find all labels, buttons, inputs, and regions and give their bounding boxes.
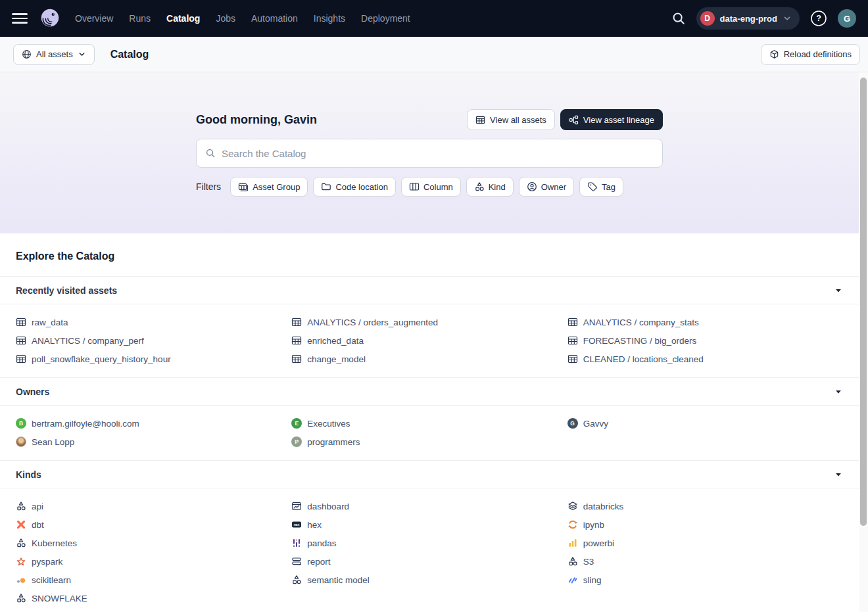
kind-item-s3[interactable]: S3 xyxy=(567,552,843,571)
kind-label: report xyxy=(307,557,330,567)
filter-pill-kind[interactable]: Kind xyxy=(466,177,514,197)
caret-down-icon[interactable] xyxy=(834,286,843,295)
view-asset-lineage-label: View asset lineage xyxy=(583,115,654,125)
kind-label: SNOWFLAKE xyxy=(32,594,87,603)
kind-item-pandas[interactable]: pandas xyxy=(291,534,567,552)
table-icon xyxy=(291,354,302,364)
sling-icon xyxy=(567,575,578,585)
kind-label: dashboard xyxy=(307,502,349,511)
menu-icon[interactable] xyxy=(12,11,28,26)
scrollbar-thumb[interactable] xyxy=(860,78,867,526)
nav-item-automation[interactable]: Automation xyxy=(251,13,298,24)
owner-photo-avatar xyxy=(16,436,26,447)
lineage-icon xyxy=(569,115,579,125)
page-title: Catalog xyxy=(110,49,149,60)
filter-pill-label: Code location xyxy=(335,182,388,192)
nav-item-insights[interactable]: Insights xyxy=(314,13,345,24)
asset-label: ANALYTICS / orders_augmented xyxy=(307,318,438,327)
view-all-assets-button[interactable]: View all assets xyxy=(467,109,555,130)
view-asset-lineage-button[interactable]: View asset lineage xyxy=(560,109,663,130)
kind-item-semantic-model[interactable]: semantic model xyxy=(291,571,567,589)
user-avatar[interactable]: G xyxy=(838,9,856,28)
kind-item-hex[interactable]: HEXhex xyxy=(291,515,567,534)
kind-item-databricks[interactable]: databricks xyxy=(567,497,843,515)
asset-link-forecasting-big-orders[interactable]: FORECASTING / big_orders xyxy=(567,331,843,350)
section-header-kinds[interactable]: Kinds xyxy=(0,460,859,488)
workspace-name: data-eng-prod xyxy=(720,14,777,24)
kind-item-scikitlearn[interactable]: scikitlearn xyxy=(16,571,291,589)
kind-item-sling[interactable]: sling xyxy=(567,571,843,589)
asset-scope-button[interactable]: All assets xyxy=(13,44,95,65)
nav-item-deployment[interactable]: Deployment xyxy=(361,13,410,24)
databricks-icon xyxy=(567,501,578,511)
filter-pill-label: Kind xyxy=(489,182,506,192)
section-title: Recently visited assets xyxy=(16,285,117,296)
kind-item-kubernetes[interactable]: Kubernetes xyxy=(16,534,291,552)
top-nav-bar: OverviewRunsCatalogJobsAutomationInsight… xyxy=(0,0,868,37)
filter-pill-asset-group[interactable]: Asset Group xyxy=(230,177,308,197)
nav-item-catalog[interactable]: Catalog xyxy=(166,13,200,24)
filter-pill-owner[interactable]: Owner xyxy=(519,177,574,197)
asset-link-raw-data[interactable]: raw_data xyxy=(16,313,291,331)
owner-avatar: E xyxy=(291,418,302,429)
table-icon xyxy=(567,335,578,346)
section-header-recent[interactable]: Recently visited assets xyxy=(0,276,859,304)
asset-label: FORECASTING / big_orders xyxy=(583,336,697,346)
owner-label: programmers xyxy=(307,437,360,447)
filter-pill-column[interactable]: Column xyxy=(401,177,461,197)
asset-link-change-model[interactable]: change_model xyxy=(291,350,567,368)
owner-item-sean-lopp[interactable]: Sean Lopp xyxy=(16,433,291,451)
filter-pill-label: Column xyxy=(423,182,453,192)
hex-icon: HEX xyxy=(291,519,302,530)
nav-item-jobs[interactable]: Jobs xyxy=(216,13,235,24)
kind-item-dashboard[interactable]: dashboard xyxy=(291,497,567,515)
kind-generic-icon xyxy=(567,556,578,567)
kind-item-pyspark[interactable]: pyspark xyxy=(16,552,291,571)
powerbi-icon xyxy=(567,538,578,548)
owner-item-programmers[interactable]: Pprogrammers xyxy=(291,433,567,451)
primary-nav: OverviewRunsCatalogJobsAutomationInsight… xyxy=(75,13,410,24)
asset-link-analytics-company-perf[interactable]: ANALYTICS / company_perf xyxy=(16,331,291,350)
owner-item-gavvy[interactable]: GGavvy xyxy=(567,414,843,433)
dagster-logo-icon[interactable] xyxy=(37,5,63,32)
asset-link-cleaned-locations-cleaned[interactable]: CLEANED / locations_cleaned xyxy=(567,350,843,368)
catalog-search-input[interactable] xyxy=(222,148,654,159)
kind-item-powerbi[interactable]: powerbi xyxy=(567,534,843,552)
kind-item-dbt[interactable]: dbt xyxy=(16,515,291,534)
section-title: Owners xyxy=(16,387,49,397)
caret-down-icon[interactable] xyxy=(834,470,843,479)
owner-item-bertram-gilfoyle-hooli-com[interactable]: Bbertram.gilfoyle@hooli.com xyxy=(16,414,291,433)
filter-pill-code-location[interactable]: Code location xyxy=(313,177,396,197)
owner-label: Executives xyxy=(307,419,350,429)
kind-item-snowflake[interactable]: SNOWFLAKE xyxy=(16,589,291,607)
svg-text:?: ? xyxy=(816,14,821,23)
filter-pill-tag[interactable]: Tag xyxy=(579,177,623,197)
page-header: All assets Catalog Reload definitions xyxy=(0,37,868,72)
kind-item-report[interactable]: report xyxy=(291,552,567,571)
workspace-switcher[interactable]: D data-eng-prod xyxy=(696,7,800,30)
recent-assets-list: raw_dataANALYTICS / orders_augmentedANAL… xyxy=(0,304,859,377)
reload-definitions-button[interactable]: Reload definitions xyxy=(761,44,860,65)
asset-label: change_model xyxy=(307,354,366,364)
asset-link-enriched-data[interactable]: enriched_data xyxy=(291,331,567,350)
table-icon xyxy=(567,317,578,327)
owner-item-executives[interactable]: EExecutives xyxy=(291,414,567,433)
kind-item-api[interactable]: api xyxy=(16,497,291,515)
globe-icon xyxy=(22,49,32,59)
search-icon[interactable] xyxy=(671,11,686,26)
kind-item-ipynb[interactable]: ipynb xyxy=(567,515,843,534)
asset-link-analytics-orders-augmented[interactable]: ANALYTICS / orders_augmented xyxy=(291,313,567,331)
nav-item-runs[interactable]: Runs xyxy=(129,13,151,24)
nav-item-overview[interactable]: Overview xyxy=(75,13,113,24)
asset-link-poll-snowflake-query-history-hour[interactable]: poll_snowflake_query_history_hour xyxy=(16,350,291,368)
table-icon xyxy=(16,354,26,364)
help-icon[interactable]: ? xyxy=(810,10,827,27)
kind-label: powerbi xyxy=(583,538,614,548)
asset-label: CLEANED / locations_cleaned xyxy=(583,354,704,364)
asset-link-analytics-company-stats[interactable]: ANALYTICS / company_stats xyxy=(567,313,843,331)
kind-label: sling xyxy=(583,575,602,585)
section-header-owners[interactable]: Owners xyxy=(0,377,859,406)
kind-label: scikitlearn xyxy=(32,575,71,585)
caret-down-icon[interactable] xyxy=(834,387,843,396)
filters-label: Filters xyxy=(196,181,221,192)
